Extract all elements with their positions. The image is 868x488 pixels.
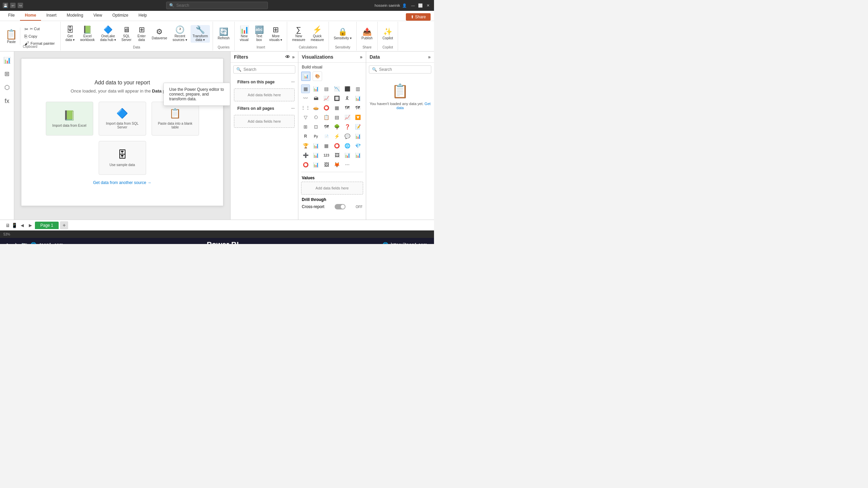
new-visual-button[interactable]: 📊 Newvisual <box>237 25 251 43</box>
viz-icon-trophy[interactable]: 🏆 <box>301 141 310 150</box>
viz-icon-treemap[interactable]: ▦ <box>333 103 341 112</box>
viz-icon-pbi-report[interactable]: 📊 <box>353 132 362 141</box>
sql-button[interactable]: 🖥 SQLServer <box>119 25 133 43</box>
copy-button[interactable]: ⎘ Copy <box>23 33 56 40</box>
mobile-view-icon[interactable]: 📱 <box>12 223 17 228</box>
viz-icon-paginated[interactable]: 📄 <box>322 132 331 141</box>
save-icon[interactable]: 💾 <box>3 3 8 8</box>
refresh-button[interactable]: 🔄 Refresh <box>216 27 232 41</box>
viz-chart-icon[interactable]: 📊 <box>301 72 311 81</box>
redo-icon[interactable]: ↪ <box>18 3 23 8</box>
transform-data-button[interactable]: 🔧 Transformdata ▾ <box>191 25 210 43</box>
tab-help[interactable]: Help <box>134 11 152 21</box>
paste-data-card[interactable]: 📋 Paste data into a blank table <box>152 102 199 136</box>
filters-all-pages-zone[interactable]: Add data fields here <box>234 115 295 128</box>
viz-icon-image[interactable]: 🖼 <box>333 151 341 160</box>
sensitivity-button[interactable]: 🔒 Sensitivity ▾ <box>332 27 354 41</box>
filters-on-page-zone[interactable]: Add data fields here <box>234 88 295 101</box>
maximize-button[interactable]: ⬜ <box>417 2 424 9</box>
viz-icon-line[interactable]: 〰 <box>301 94 310 103</box>
cross-report-toggle[interactable] <box>335 204 346 209</box>
filters-on-page-more-icon[interactable]: ··· <box>291 79 295 84</box>
viz-icon-line-col[interactable]: 🔲 <box>333 94 341 103</box>
viz-icon-kpi[interactable]: 📈 <box>343 113 352 122</box>
viz-icon-diamond[interactable]: 💎 <box>353 141 362 150</box>
page-prev-button[interactable]: ◀ <box>19 222 25 229</box>
viz-icon-clustered-bar[interactable]: 📊 <box>312 84 320 93</box>
viz-icon-table[interactable]: ⊞ <box>301 122 310 131</box>
viz-icon-funnel[interactable]: ▽ <box>301 113 310 122</box>
data-search-input[interactable] <box>379 67 430 72</box>
viz-icon-scatter[interactable]: ⋮⋮ <box>301 103 310 112</box>
viz-icon-more[interactable]: ··· <box>343 160 352 169</box>
close-button[interactable]: ✕ <box>425 2 431 9</box>
quick-measure-button[interactable]: ⚡ Quickmeasure <box>309 25 326 43</box>
viz-icon-circle-gauge[interactable]: ⭕ <box>301 160 310 169</box>
viz-icon-custom1[interactable]: 📊 <box>343 151 352 160</box>
enter-data-button[interactable]: ⊞ Enterdata <box>135 25 149 43</box>
sidebar-model-icon[interactable]: ⬡ <box>1 81 13 94</box>
dataverse-button[interactable]: ⚙ Dataverse <box>150 27 170 41</box>
viz-icon-chiclet[interactable]: ▦ <box>322 141 331 150</box>
viz-icon-donut[interactable]: ⭕ <box>322 103 331 112</box>
tab-optimize[interactable]: Optimize <box>107 11 133 21</box>
import-sql-card[interactable]: 🔷 Import data from SQL Server <box>99 102 146 136</box>
text-box-button[interactable]: 🔤 Textbox <box>252 25 266 43</box>
minimize-button[interactable]: — <box>410 2 416 9</box>
viz-icon-area[interactable]: 🏔 <box>312 94 320 103</box>
viz-icon-smart-narr[interactable]: 📝 <box>353 122 362 131</box>
copilot-button[interactable]: ✨ Copilot <box>380 27 395 41</box>
recent-sources-button[interactable]: 🕐 Recentsources ▾ <box>171 25 189 43</box>
add-page-button[interactable]: + <box>60 221 68 229</box>
viz-icon-pie[interactable]: 🥧 <box>312 103 320 112</box>
share-button[interactable]: ⬆ Share <box>406 13 431 21</box>
viz-icon-chord[interactable]: ⭕ <box>333 141 341 150</box>
tab-home[interactable]: Home <box>20 11 41 21</box>
viz-icon-card[interactable]: 📋 <box>322 113 331 122</box>
viz-icon-123[interactable]: 123 <box>322 151 331 160</box>
data-expand-icon[interactable]: » <box>428 54 431 60</box>
viz-icon-waterfall[interactable]: 📊 <box>353 94 362 103</box>
viz-icon-chat[interactable]: 💬 <box>343 132 352 141</box>
undo-icon[interactable]: ↩ <box>10 3 16 8</box>
sidebar-table-icon[interactable]: ⊞ <box>1 68 13 80</box>
filters-all-pages-more-icon[interactable]: ··· <box>291 106 295 110</box>
viz-icon-stacked-bar[interactable]: ▦ <box>301 84 310 93</box>
viz-icon-stacked-bar-100[interactable]: ▤ <box>322 84 331 93</box>
viz-icon-matrix[interactable]: ⊡ <box>312 122 320 131</box>
viz-icon-globe[interactable]: 🌐 <box>343 141 352 150</box>
tab-file[interactable]: File <box>3 11 19 21</box>
viz-icon-bullet[interactable]: 📊 <box>312 141 320 150</box>
filters-expand-icon[interactable]: » <box>292 54 295 60</box>
viz-icon-photo[interactable]: 🖼 <box>322 160 331 169</box>
excel-workbook-button[interactable]: 📗 Excelworkbook <box>78 25 97 43</box>
filters-eye-icon[interactable]: 👁 <box>285 54 290 60</box>
filters-search-input[interactable] <box>243 67 294 72</box>
viz-icon-100col[interactable]: ▥ <box>353 84 362 93</box>
viz-icon-py[interactable]: Py <box>312 132 320 141</box>
viz-icon-gauge[interactable]: ⏲ <box>312 113 320 122</box>
sidebar-report-icon[interactable]: 📊 <box>1 54 13 66</box>
get-data-button[interactable]: 🗄 Getdata ▾ <box>63 25 77 43</box>
get-data-link[interactable]: Get data from another source → <box>93 180 151 185</box>
viz-icon-plus[interactable]: ➕ <box>301 151 310 160</box>
import-excel-card[interactable]: 📗 Import data from Excel <box>46 102 93 136</box>
page-1-tab[interactable]: Page 1 <box>35 222 59 229</box>
viz-expand-icon[interactable]: » <box>360 54 362 60</box>
viz-icon-azuremap[interactable]: 🗺 <box>322 122 331 131</box>
viz-icon-custom3[interactable]: 📊 <box>312 160 320 169</box>
tab-insert[interactable]: Insert <box>42 11 61 21</box>
viz-icon-r[interactable]: R <box>301 132 310 141</box>
onelake-button[interactable]: 🔷 OneLakedata hub ▾ <box>98 25 118 43</box>
viz-icon-filled-map[interactable]: 🗺 <box>353 103 362 112</box>
viz-icon-clustered-col[interactable]: ⬛ <box>343 84 352 93</box>
viz-icon-power-apps[interactable]: ⚡ <box>333 132 341 141</box>
new-measure-button[interactable]: ∑ Newmeasure <box>290 25 307 43</box>
viz-icon-custom2[interactable]: 📊 <box>353 151 362 160</box>
page-next-button[interactable]: ▶ <box>27 222 34 229</box>
viz-format-icon[interactable]: 🎨 <box>313 72 322 81</box>
tab-modeling[interactable]: Modeling <box>62 11 88 21</box>
cut-button[interactable]: ✂ ✂ Cut <box>23 26 56 33</box>
title-search-input[interactable] <box>176 3 265 8</box>
viz-values-zone[interactable]: Add data fields here <box>301 182 363 195</box>
